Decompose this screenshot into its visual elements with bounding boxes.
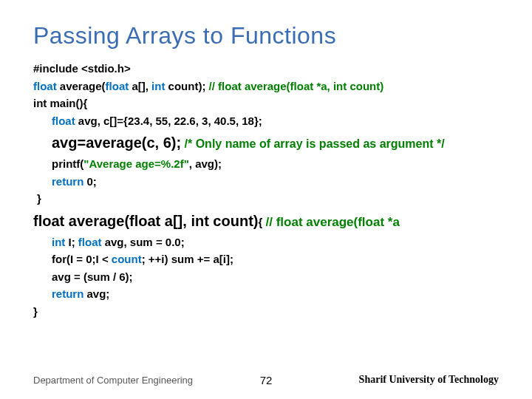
code-line: avg=average(c, 6); /* Only name of array… bbox=[33, 132, 499, 154]
t: float average(float a[], int count) bbox=[33, 213, 258, 229]
t: return bbox=[52, 175, 87, 188]
footer-dept: Department of Computer Engineering bbox=[33, 375, 193, 386]
t: float bbox=[78, 236, 105, 248]
t: { bbox=[258, 216, 265, 228]
t: printf( bbox=[52, 157, 83, 170]
code-line: } bbox=[33, 304, 499, 321]
t: // float average(float *a bbox=[265, 215, 399, 229]
t: int bbox=[52, 236, 69, 248]
t: <stdio.h> bbox=[81, 62, 131, 75]
code-line: float average(float a[], int count){ // … bbox=[33, 210, 499, 232]
t: float bbox=[33, 80, 60, 92]
t: return bbox=[52, 287, 87, 300]
code-line: return 0; bbox=[33, 174, 499, 191]
t: avg, sum = 0.0; bbox=[105, 236, 185, 248]
code-line: return avg; bbox=[33, 286, 499, 303]
footer: Department of Computer Engineering 72 Sh… bbox=[0, 374, 532, 386]
footer-university: Sharif University of Technology bbox=[359, 374, 499, 386]
t: I; bbox=[69, 236, 78, 248]
t: a[], bbox=[132, 80, 151, 92]
t: /* Only name of array is passed as argum… bbox=[181, 137, 445, 150]
t: count bbox=[112, 253, 142, 265]
t: avg, c[]={23.4, 55, 22.6, 3, 40.5, 18}; bbox=[78, 115, 262, 127]
code-line: float average(float a[], int count); // … bbox=[33, 78, 499, 95]
t: "Average age=%.2f" bbox=[83, 157, 189, 170]
code-line: int I; float avg, sum = 0.0; bbox=[33, 234, 499, 251]
code-line: printf("Average age=%.2f", avg); bbox=[33, 156, 499, 173]
t: count); bbox=[168, 80, 209, 92]
t: ; ++i) sum += a[i]; bbox=[142, 253, 233, 265]
code-line: float avg, c[]={23.4, 55, 22.6, 3, 40.5,… bbox=[33, 113, 499, 130]
code-line: } bbox=[33, 191, 499, 208]
t: float bbox=[106, 80, 132, 92]
slide-number: 72 bbox=[260, 374, 273, 386]
t: avg=average(c, 6); bbox=[52, 134, 181, 151]
t: , avg); bbox=[189, 157, 222, 170]
t: 0; bbox=[87, 175, 97, 188]
t: for(I = 0;I < bbox=[52, 253, 112, 265]
t: #include bbox=[33, 62, 81, 75]
t: } bbox=[33, 192, 41, 205]
code-block: #include <stdio.h> float average(float a… bbox=[33, 61, 499, 320]
t: avg; bbox=[87, 287, 110, 300]
t: int bbox=[151, 80, 168, 92]
code-line: #include <stdio.h> bbox=[33, 61, 499, 78]
t: float bbox=[52, 115, 78, 127]
code-line: for(I = 0;I < count; ++i) sum += a[i]; bbox=[33, 251, 499, 268]
code-line: avg = (sum / 6); bbox=[33, 269, 499, 286]
slide-title: Passing Arrays to Functions bbox=[33, 22, 499, 50]
code-line: int main(){ bbox=[33, 95, 499, 112]
t: // float average(float *a, int count) bbox=[209, 80, 384, 92]
t: average( bbox=[60, 80, 106, 92]
